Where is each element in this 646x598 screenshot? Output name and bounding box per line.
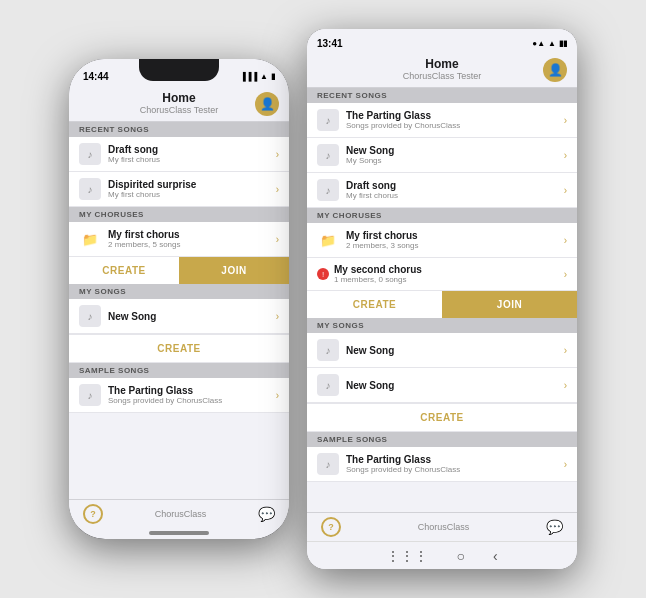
chevron-icon: ›: [564, 235, 567, 246]
android-back-button[interactable]: ‹: [493, 548, 498, 564]
iphone-song-parting-glass-subtitle: Songs provided by ChorusClass: [108, 396, 276, 405]
iphone-app-header: Home ChorusClass Tester 👤: [69, 87, 289, 122]
chat-icon[interactable]: 💬: [258, 506, 275, 522]
iphone-song-draft[interactable]: ♪ Draft song My first chorus ›: [69, 137, 289, 172]
android-my-songs-header: MY SONGS: [307, 318, 577, 333]
song-note-icon: ♪: [79, 178, 101, 200]
iphone-create-chorus-button[interactable]: CREATE: [69, 257, 179, 284]
iphone-screen: 14:44 ▐▐▐ ▲ ▮ Home ChorusClass Tester 👤 …: [69, 59, 289, 539]
iphone-avatar[interactable]: 👤: [255, 92, 279, 116]
android-help-icon[interactable]: ?: [321, 517, 341, 537]
signal-icon: ▐▐▐: [240, 72, 257, 81]
help-icon[interactable]: ?: [83, 504, 103, 524]
song-note-icon: ♪: [317, 339, 339, 361]
android-chorus-second-title: My second chorus: [334, 264, 564, 275]
android-song-parting-glass-title: The Parting Glass: [346, 110, 564, 121]
android-chorus-first-title: My first chorus: [346, 230, 564, 241]
android-device: 13:41 ●▲ ▲ ▮▮ Home ChorusClass Tester 👤 …: [307, 29, 577, 569]
android-nav-bar: ⋮⋮⋮ ○ ‹: [307, 541, 577, 569]
iphone-app-label: ChorusClass: [155, 509, 207, 519]
iphone-recent-songs-header: RECENT SONGS: [69, 122, 289, 137]
android-song-parting-glass-sample[interactable]: ♪ The Parting Glass Songs provided by Ch…: [307, 447, 577, 482]
android-create-song-button[interactable]: CREATE: [307, 403, 577, 432]
song-note-icon: ♪: [79, 384, 101, 406]
android-chorus-second[interactable]: ! My second chorus 1 members, 0 songs ›: [307, 258, 577, 291]
iphone-song-parting-glass[interactable]: ♪ The Parting Glass Songs provided by Ch…: [69, 378, 289, 413]
android-chorus-first-subtitle: 2 members, 3 songs: [346, 241, 564, 250]
song-note-icon: ♪: [317, 109, 339, 131]
wifi-icon: ▲: [260, 72, 268, 81]
android-app-header: Home ChorusClass Tester 👤: [307, 53, 577, 88]
chevron-icon: ›: [276, 311, 279, 322]
iphone-song-new[interactable]: ♪ New Song ›: [69, 299, 289, 334]
iphone-song-dispirited-subtitle: My first chorus: [108, 190, 276, 199]
android-song-new-1[interactable]: ♪ New Song ›: [307, 333, 577, 368]
android-create-chorus-button[interactable]: CREATE: [307, 291, 442, 318]
android-status-icons: ●▲ ▲ ▮▮: [532, 39, 567, 48]
android-song-draft-title: Draft song: [346, 180, 564, 191]
iphone-chorus-first-title: My first chorus: [108, 229, 276, 240]
chevron-icon: ›: [564, 459, 567, 470]
android-scroll-content: RECENT SONGS ♪ The Parting Glass Songs p…: [307, 88, 577, 512]
android-home-button[interactable]: ○: [456, 548, 464, 564]
chevron-icon: ›: [564, 150, 567, 161]
android-chat-icon[interactable]: 💬: [546, 519, 563, 535]
chevron-icon: ›: [564, 115, 567, 126]
android-menu-button[interactable]: ⋮⋮⋮: [386, 548, 428, 564]
iphone-home-indicator: [149, 531, 209, 535]
iphone-my-songs-header: MY SONGS: [69, 284, 289, 299]
song-note-icon: ♪: [317, 179, 339, 201]
error-dot-icon: !: [317, 268, 329, 280]
folder-icon: 📁: [79, 228, 101, 250]
android-song-new[interactable]: ♪ New Song My Songs ›: [307, 138, 577, 173]
android-song-new-subtitle: My Songs: [346, 156, 564, 165]
android-sample-songs-header: SAMPLE SONGS: [307, 432, 577, 447]
battery-icon: ▮: [271, 72, 275, 81]
iphone-chorus-first[interactable]: 📁 My first chorus 2 members, 5 songs ›: [69, 222, 289, 257]
iphone-chorus-first-subtitle: 2 members, 5 songs: [108, 240, 276, 249]
android-screen: 13:41 ●▲ ▲ ▮▮ Home ChorusClass Tester 👤 …: [307, 29, 577, 569]
android-song-new-1-title: New Song: [346, 345, 564, 356]
iphone-join-chorus-button[interactable]: JOIN: [179, 257, 289, 284]
android-avatar[interactable]: 👤: [543, 58, 567, 82]
chevron-icon: ›: [564, 345, 567, 356]
chevron-icon: ›: [276, 149, 279, 160]
android-bottom-bar: ? ChorusClass 💬: [307, 512, 577, 541]
iphone-song-parting-glass-title: The Parting Glass: [108, 385, 276, 396]
song-note-icon: ♪: [317, 453, 339, 475]
iphone-status-icons: ▐▐▐ ▲ ▮: [240, 72, 275, 81]
android-recent-songs-header: RECENT SONGS: [307, 88, 577, 103]
iphone-song-dispirited[interactable]: ♪ Dispirited surprise My first chorus ›: [69, 172, 289, 207]
chevron-icon: ›: [276, 390, 279, 401]
iphone-header-title: Home: [79, 91, 279, 105]
android-chorus-first[interactable]: 📁 My first chorus 2 members, 3 songs ›: [307, 223, 577, 258]
android-app-label: ChorusClass: [418, 522, 470, 532]
iphone-song-new-title: New Song: [108, 311, 276, 322]
iphone-my-choruses-header: MY CHORUSES: [69, 207, 289, 222]
android-song-parting-glass-subtitle: Songs provided by ChorusClass: [346, 121, 564, 130]
android-song-new-2-title: New Song: [346, 380, 564, 391]
chevron-icon: ›: [564, 269, 567, 280]
android-chorus-second-subtitle: 1 members, 0 songs: [334, 275, 564, 284]
android-song-draft[interactable]: ♪ Draft song My first chorus ›: [307, 173, 577, 208]
android-chorus-buttons: CREATE JOIN: [307, 291, 577, 318]
iphone-song-draft-subtitle: My first chorus: [108, 155, 276, 164]
android-song-new-2[interactable]: ♪ New Song ›: [307, 368, 577, 403]
android-my-choruses-header: MY CHORUSES: [307, 208, 577, 223]
android-song-parting-glass[interactable]: ♪ The Parting Glass Songs provided by Ch…: [307, 103, 577, 138]
android-join-chorus-button[interactable]: JOIN: [442, 291, 577, 318]
android-song-new-title: New Song: [346, 145, 564, 156]
folder-icon: 📁: [317, 229, 339, 251]
chevron-icon: ›: [564, 185, 567, 196]
android-status-bar: 13:41 ●▲ ▲ ▮▮: [307, 29, 577, 53]
android-signal-icon: ●▲: [532, 39, 545, 48]
song-note-icon: ♪: [317, 144, 339, 166]
android-header-subtitle: ChorusClass Tester: [317, 71, 567, 81]
iphone-song-draft-title: Draft song: [108, 144, 276, 155]
android-header-title: Home: [317, 57, 567, 71]
iphone-sample-songs-header: SAMPLE SONGS: [69, 363, 289, 378]
iphone-chorus-buttons: CREATE JOIN: [69, 257, 289, 284]
chevron-icon: ›: [276, 184, 279, 195]
iphone-create-song-button[interactable]: CREATE: [69, 334, 289, 363]
song-note-icon: ♪: [79, 143, 101, 165]
